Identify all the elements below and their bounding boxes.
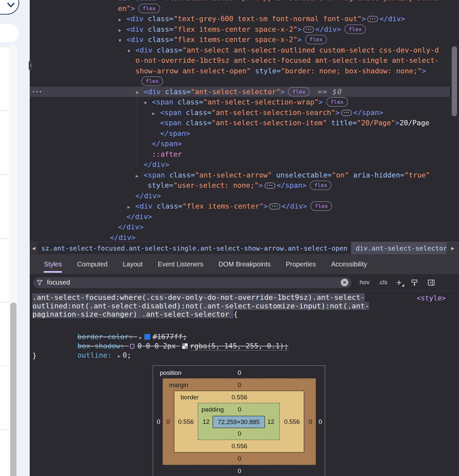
tab-event-listeners[interactable]: Event Listeners (150, 254, 211, 274)
dom-tree-node[interactable]: ::after (30, 149, 450, 160)
dom-tree-node[interactable]: o-not-override-1bct9sz ant-select-focuse… (30, 55, 450, 66)
tab-computed[interactable]: Computed (69, 254, 115, 274)
new-style-rule-button[interactable]: + (396, 279, 402, 286)
collapsed-content-icon[interactable]: ••• (265, 182, 275, 189)
style-filter-input[interactable]: focused ✕ (33, 277, 352, 288)
box-model-value[interactable]: 0.556 (229, 394, 250, 401)
css-selector-line[interactable]: outlined:not(.ant-select-disabled):not(.… (32, 302, 459, 310)
node-more-actions-icon[interactable]: ••• (32, 87, 43, 98)
box-model-value[interactable]: 12 (260, 418, 281, 425)
flex-badge[interactable]: flex (310, 201, 332, 211)
box-model-value[interactable]: 0.556 (175, 418, 196, 425)
box-model-diagram[interactable]: 72.259×30.885 position margin border pad… (153, 365, 325, 476)
css-declaration-border-color[interactable]: border-color: ▶#1677ff; (43, 323, 459, 332)
box-model-content[interactable]: 72.259×30.885 (213, 416, 265, 428)
expand-arrow-icon[interactable]: ▶ (152, 108, 160, 119)
flex-badge[interactable]: flex (326, 97, 348, 107)
dom-tree-node[interactable]: </div> (30, 222, 450, 232)
color-swatch[interactable] (145, 334, 150, 339)
dom-tree-node-selected[interactable]: •••▼<div class="ant-select-selector">fle… (30, 87, 450, 97)
box-model-value[interactable]: 0 (229, 369, 250, 377)
dom-tree-node[interactable]: flex (30, 76, 450, 87)
breadcrumb-item-selected[interactable]: div.ant-select-selector (351, 242, 452, 254)
alpha-color-swatch[interactable] (182, 343, 188, 349)
page-scrollbar-thumb[interactable] (10, 302, 17, 476)
box-model-value[interactable]: 0 (229, 455, 250, 462)
box-model-value[interactable]: 0 (229, 381, 250, 389)
expand-arrow-icon[interactable]: ▶ (119, 25, 126, 36)
collapsed-content-icon[interactable]: ••• (303, 26, 314, 33)
expand-arrow-icon[interactable]: ▼ (136, 88, 144, 98)
expand-arrow-icon[interactable]: ▶ (119, 15, 126, 25)
collapsed-content-icon[interactable]: ••• (341, 110, 352, 116)
dom-tree-node[interactable]: ▼<div class="ant-select ant-select-outli… (30, 45, 450, 56)
rendering-emulation-icon[interactable] (410, 279, 418, 287)
expand-arrow-icon[interactable]: ▶ (136, 171, 144, 181)
dom-tree-node[interactable]: div class="flex items-center px-4 py-1 r… (30, 0, 450, 3)
shadow-editor-icon[interactable] (130, 344, 134, 349)
dom-tree-node[interactable]: ▶<span class="ant-select-arrow" unselect… (30, 170, 450, 180)
tab-dom-breakpoints[interactable]: DOM Breakpoints (211, 254, 278, 274)
filter-input-value[interactable]: focused (47, 279, 341, 286)
code-token: class= (178, 98, 203, 106)
breadcrumb-scroll-left-button[interactable]: ◀ (30, 242, 38, 254)
page-dropdown-pill[interactable] (0, 0, 19, 15)
flex-badge[interactable]: flex (344, 24, 366, 34)
expand-arrow-icon[interactable]: ▼ (144, 98, 152, 108)
devtools-resize-handle[interactable] (29, 60, 32, 70)
box-model-value[interactable]: 0.556 (281, 418, 302, 425)
dom-tree-node[interactable]: </div> (30, 212, 450, 222)
dom-tree-node[interactable]: ▶<span class="ant-select-selection-searc… (30, 107, 450, 118)
tab-accessibility[interactable]: Accessibility (324, 254, 375, 274)
dom-tree-node[interactable]: ▶<div class="text-grey-600 text-sm font-… (30, 14, 450, 24)
breadcrumb-item-ancestor[interactable]: sz.ant-select-focused.ant-select-single.… (38, 242, 351, 254)
dom-tree-node[interactable]: <span class="ant-select-selection-item" … (30, 118, 450, 128)
code-token: aria-hidden= (349, 171, 404, 179)
expand-shorthand-icon[interactable]: ▶ (139, 335, 142, 340)
box-model-value[interactable]: 12 (195, 418, 217, 425)
tab-styles[interactable]: Styles (36, 254, 69, 274)
dom-tree-node[interactable]: </div> (30, 191, 450, 201)
box-model-value[interactable]: 0 (229, 406, 250, 413)
dom-scrollbar-thumb[interactable] (452, 46, 457, 116)
clear-filter-button[interactable]: ✕ (341, 279, 348, 286)
flex-badge[interactable]: flex (141, 76, 163, 86)
dom-tree-node[interactable]: ▼<span class="ant-select-selection-wrap"… (30, 97, 450, 107)
box-model-value[interactable]: 0.556 (229, 443, 250, 450)
dom-tree-node[interactable]: ▼<div class="flex items-center space-x-2… (30, 34, 450, 45)
code-token: <div (126, 25, 148, 33)
style-rule-origin[interactable]: <style> (416, 294, 446, 302)
expand-arrow-icon[interactable]: ▶ (127, 202, 135, 213)
dom-tree-node[interactable]: </span> (30, 139, 450, 149)
flex-badge[interactable]: flex (305, 35, 327, 44)
tab-properties[interactable]: Properties (278, 254, 324, 274)
flex-badge[interactable]: flex (310, 180, 332, 190)
expand-shorthand-icon[interactable]: ▶ (118, 353, 121, 359)
css-selector-line[interactable]: .ant-select-focused:where(.css-dev-only-… (32, 293, 459, 302)
element-classes-button[interactable]: .cls (378, 279, 387, 286)
dom-tree-node[interactable]: </div> (30, 159, 450, 170)
code-token: <span (160, 108, 186, 117)
tab-layout[interactable]: Layout (115, 254, 150, 274)
box-model-value[interactable]: 0 (310, 418, 331, 425)
toggle-element-state-button[interactable]: :hov (358, 279, 370, 286)
dom-tree-node[interactable]: </div> (30, 232, 450, 242)
collapsed-content-icon[interactable]: ••• (269, 203, 280, 210)
dom-tree-node[interactable]: ▶<div class="flex items-center">•••</div… (30, 201, 450, 212)
collapsed-content-icon[interactable]: ••• (367, 16, 378, 22)
flex-badge[interactable]: flex (138, 4, 160, 13)
expand-arrow-icon[interactable]: ▼ (119, 35, 126, 46)
box-model-value[interactable]: 0 (229, 467, 250, 475)
dom-tree-node[interactable]: en">flex (30, 3, 450, 14)
dom-tree-node[interactable]: show-arrow ant-select-open" style="borde… (30, 66, 450, 76)
dom-tree-node[interactable]: ▶<div class="flex items-center space-x-2… (30, 24, 450, 35)
toggle-sidebar-panel-icon[interactable] (427, 279, 435, 287)
flex-badge[interactable]: flex (288, 87, 310, 97)
breadcrumb: ◀ sz.ant-select-focused.ant-select-singl… (30, 242, 459, 254)
css-selector-line[interactable]: pagination-size-changer) .ant-select-sel… (32, 310, 459, 319)
dom-tree-node[interactable]: </span> (30, 128, 450, 139)
box-model-value[interactable]: 0 (229, 430, 250, 437)
expand-arrow-icon[interactable]: ▼ (127, 46, 135, 57)
dom-tree-node[interactable]: style="user-select: none;">•••</span>fle… (30, 180, 450, 191)
breadcrumb-scroll-right-button[interactable]: ▶ (446, 242, 459, 254)
